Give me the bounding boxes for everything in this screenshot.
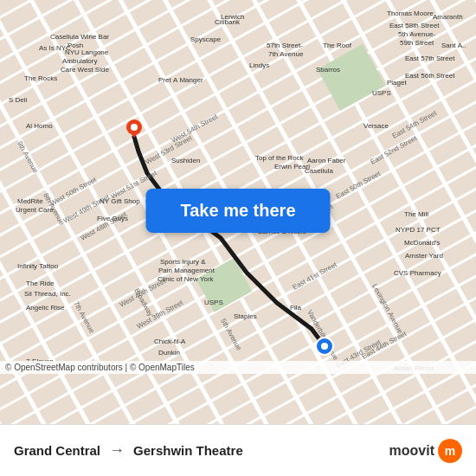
- moovit-dot: m: [438, 439, 462, 463]
- bottom-bar: Grand Central → Gershwin Theatre moovit …: [0, 424, 476, 476]
- map-container: Take me there © OpenStreetMap contributo…: [0, 0, 476, 424]
- cta-button-container: Take me there: [145, 189, 330, 233]
- app-container: Take me there © OpenStreetMap contributo…: [0, 0, 476, 476]
- destination-label: Gershwin Theatre: [133, 443, 243, 458]
- moovit-logo: moovit m: [389, 439, 462, 463]
- route-info: Grand Central → Gershwin Theatre: [14, 441, 243, 460]
- take-me-there-button[interactable]: Take me there: [145, 189, 330, 233]
- map-attribution: © OpenStreetMap contributors | © OpenMap…: [0, 361, 476, 374]
- arrow-icon: →: [109, 441, 125, 460]
- moovit-text: moovit: [389, 443, 434, 459]
- origin-label: Grand Central: [14, 443, 100, 458]
